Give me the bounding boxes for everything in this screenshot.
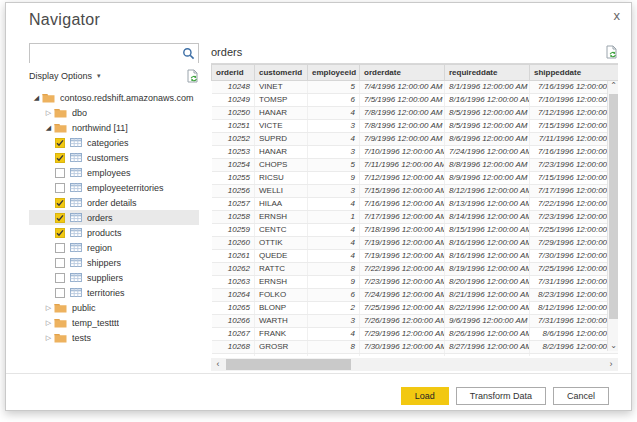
tree-item-region[interactable]: region — [29, 240, 199, 255]
transform-data-button[interactable]: Transform Data — [456, 387, 546, 405]
schema-tree: ◢contoso.redshift.amazonaws.com▷dbo◢nort… — [29, 90, 199, 345]
tree-item-label: order details — [87, 198, 137, 208]
table-icon — [70, 288, 82, 297]
cell-shippeddate: 7/23/1996 12:00:00 AM — [530, 159, 619, 172]
column-header-orderid: orderid — [212, 65, 255, 81]
refresh-preview-icon[interactable] — [186, 69, 199, 83]
cell-customerid: FOLKO — [255, 289, 308, 302]
cell-customerid: QUEDE — [255, 250, 308, 263]
table-checkbox[interactable] — [55, 138, 65, 148]
tree-item-public[interactable]: ▷public — [29, 300, 199, 315]
cell-orderid: 10250 — [212, 107, 255, 120]
table-checkbox[interactable] — [55, 153, 65, 163]
collapsed-caret-icon[interactable]: ▷ — [43, 319, 54, 327]
tree-item-tests[interactable]: ▷tests — [29, 330, 199, 345]
table-checkbox[interactable] — [55, 288, 65, 298]
scroll-right-icon[interactable]: › — [604, 358, 618, 371]
search-input[interactable] — [30, 46, 198, 64]
collapsed-caret-icon[interactable]: ▷ — [43, 304, 54, 312]
tree-item-orders[interactable]: orders — [29, 210, 199, 225]
cell-customerid: OTTIK — [255, 237, 308, 250]
table-checkbox[interactable] — [55, 183, 65, 193]
tree-item-employeeterritories[interactable]: employeeterritories — [29, 180, 199, 195]
table-checkbox[interactable] — [55, 168, 65, 178]
chevron-down-icon[interactable]: ▾ — [97, 72, 101, 80]
horizontal-scroll-thumb[interactable] — [226, 359, 351, 370]
cell-orderid: 10253 — [212, 146, 255, 159]
collapsed-caret-icon[interactable]: ▷ — [43, 334, 54, 342]
cell-shippeddate: 8/23/1996 12:00:00 AM — [530, 289, 619, 302]
expanded-caret-icon[interactable]: ◢ — [43, 124, 54, 132]
tree-item-northwind-11[interactable]: ◢northwind [11] — [29, 120, 199, 135]
tree-item-label: northwind [11] — [72, 123, 128, 133]
cell-orderid: 10258 — [212, 211, 255, 224]
tree-item-temp-testttt[interactable]: ▷temp_testttt — [29, 315, 199, 330]
tree-item-label: temp_testttt — [72, 318, 119, 328]
column-header-requireddate: requireddate — [445, 65, 530, 81]
table-checkbox[interactable] — [55, 243, 65, 253]
cell-customerid: HILAA — [255, 198, 308, 211]
search-icon[interactable] — [182, 47, 195, 60]
table-checkbox[interactable] — [55, 213, 65, 223]
preview-table-title: orders — [211, 46, 242, 58]
search-box[interactable] — [29, 43, 199, 63]
cell-requireddate: 7/24/1996 12:00:00 AM — [445, 146, 530, 159]
cell-orderid: 10269 — [212, 354, 255, 357]
cell-shippeddate: 7/31/1996 12:00:00 AM — [530, 315, 619, 328]
scroll-left-icon[interactable]: ‹ — [211, 358, 225, 371]
cell-orderdate: 7/10/1996 12:00:00 AM — [360, 146, 445, 159]
table-checkbox[interactable] — [55, 198, 65, 208]
cell-requireddate: 8/22/1996 12:00:00 AM — [445, 302, 530, 315]
tree-item-suppliers[interactable]: suppliers — [29, 270, 199, 285]
collapsed-caret-icon[interactable]: ▷ — [43, 109, 54, 117]
refresh-preview-icon[interactable] — [605, 45, 618, 59]
display-options-label[interactable]: Display Options — [29, 71, 92, 81]
tree-item-categories[interactable]: categories — [29, 135, 199, 150]
cell-customerid: HANAR — [255, 146, 308, 159]
tree-item-contoso-redshift-amazonaws-com[interactable]: ◢contoso.redshift.amazonaws.com — [29, 90, 199, 105]
cell-requireddate: 8/20/1996 12:00:00 AM — [445, 276, 530, 289]
close-icon[interactable]: x — [614, 9, 621, 23]
load-button[interactable]: Load — [401, 387, 449, 405]
vertical-scrollbar[interactable]: ⌃ ⌄ — [607, 81, 618, 351]
cell-orderid: 10261 — [212, 250, 255, 263]
cell-shippeddate: 7/29/1996 12:00:00 AM — [530, 237, 619, 250]
vertical-scroll-thumb[interactable] — [609, 94, 618, 319]
tree-item-territories[interactable]: territories — [29, 285, 199, 300]
cell-shippeddate: 7/30/1996 12:00:00 AM — [530, 250, 619, 263]
tree-item-customers[interactable]: customers — [29, 150, 199, 165]
cancel-button[interactable]: Cancel — [553, 387, 609, 405]
tree-item-employees[interactable]: employees — [29, 165, 199, 180]
cell-orderdate: 7/16/1996 12:00:00 AM — [360, 198, 445, 211]
tree-item-label: shippers — [87, 258, 121, 268]
cell-requireddate: 8/21/1996 12:00:00 AM — [445, 289, 530, 302]
tree-item-products[interactable]: products — [29, 225, 199, 240]
tree-item-order-details[interactable]: order details — [29, 195, 199, 210]
cell-orderid: 10249 — [212, 94, 255, 107]
cell-shippeddate: 7/12/1996 12:00:00 AM — [530, 107, 619, 120]
tree-item-shippers[interactable]: shippers — [29, 255, 199, 270]
table-row: 10269WHITC57/31/1996 12:00:00 AM8/14/199… — [212, 354, 619, 357]
table-checkbox[interactable] — [55, 258, 65, 268]
cell-employeeid: 5 — [308, 159, 360, 172]
expanded-caret-icon[interactable]: ◢ — [31, 94, 42, 102]
cell-customerid: VICTE — [255, 120, 308, 133]
table-checkbox[interactable] — [55, 273, 65, 283]
cell-requireddate: 8/16/1996 12:00:00 AM — [445, 94, 530, 107]
scroll-down-icon[interactable]: ⌄ — [608, 341, 618, 351]
table-row: 10248VINET57/4/1996 12:00:00 AM8/1/1996 … — [212, 81, 619, 94]
cell-shippeddate: 7/16/1996 12:00:00 AM — [530, 146, 619, 159]
horizontal-scrollbar[interactable]: ‹ › — [211, 358, 618, 371]
tree-item-label: suppliers — [87, 273, 123, 283]
cell-customerid: GROSR — [255, 341, 308, 354]
scroll-up-icon[interactable]: ⌃ — [608, 81, 618, 91]
cell-requireddate: 8/9/1996 12:00:00 AM — [445, 172, 530, 185]
cell-requireddate: 8/16/1996 12:00:00 AM — [445, 237, 530, 250]
tree-item-label: orders — [87, 213, 113, 223]
cell-orderid: 10257 — [212, 198, 255, 211]
table-row: 10253HANAR37/10/1996 12:00:00 AM7/24/199… — [212, 146, 619, 159]
tree-item-dbo[interactable]: ▷dbo — [29, 105, 199, 120]
table-checkbox[interactable] — [55, 228, 65, 238]
cell-shippeddate: 8/6/1996 12:00:00 AM — [530, 328, 619, 341]
table-icon — [70, 228, 82, 237]
